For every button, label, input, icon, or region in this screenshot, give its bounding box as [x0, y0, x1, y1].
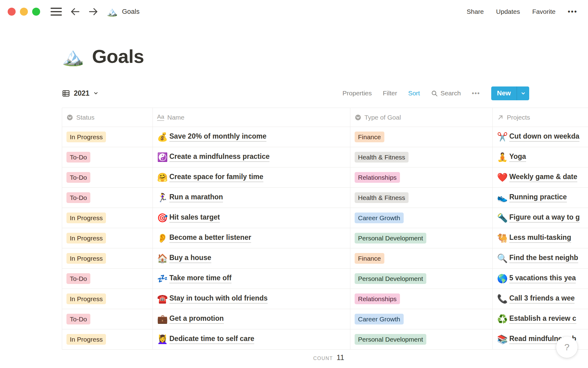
- sidebar-menu-icon[interactable]: [51, 8, 62, 16]
- new-button[interactable]: New: [491, 86, 529, 100]
- column-header-name[interactable]: Aa Name: [153, 108, 350, 127]
- goal-title-link[interactable]: Become a better listener: [169, 233, 251, 243]
- more-options-icon[interactable]: •••: [568, 8, 578, 16]
- page-title[interactable]: Goals: [92, 45, 144, 67]
- table-row[interactable]: To-Do ☯️Create a mindfulness practice He…: [62, 147, 588, 167]
- doc-emoji-icon: 🏔️: [107, 7, 118, 16]
- table-row[interactable]: In Progress 👂Become a better listener Pe…: [62, 228, 588, 248]
- share-button[interactable]: Share: [467, 8, 484, 15]
- status-badge[interactable]: To-Do: [66, 273, 90, 284]
- page-emoji-icon[interactable]: 🏔️: [62, 48, 84, 65]
- type-badge[interactable]: Health & Fitness: [355, 152, 409, 163]
- project-emoji: 📚: [497, 335, 509, 344]
- status-badge[interactable]: To-Do: [66, 152, 90, 163]
- new-button-label[interactable]: New: [491, 86, 517, 100]
- type-badge[interactable]: Finance: [355, 132, 384, 142]
- table-row[interactable]: In Progress 🎯Hit sales target Career Gro…: [62, 208, 588, 228]
- goal-emoji: 💤: [157, 274, 169, 283]
- type-badge[interactable]: Personal Development: [355, 334, 426, 345]
- goal-emoji: 🏃‍♀️: [157, 194, 169, 202]
- type-badge[interactable]: Relationships: [355, 293, 400, 304]
- status-badge[interactable]: To-Do: [66, 192, 90, 203]
- properties-button[interactable]: Properties: [342, 90, 372, 97]
- type-badge[interactable]: Career Growth: [355, 314, 404, 324]
- column-header-label: Type of Goal: [364, 114, 401, 121]
- type-badge[interactable]: Relationships: [355, 172, 400, 183]
- project-link[interactable]: Figure out a way to g: [509, 213, 580, 223]
- project-link[interactable]: Cut down on weekda: [509, 132, 579, 142]
- project-link[interactable]: Call 3 friends a wee: [509, 294, 575, 304]
- goal-emoji: 💆‍♀️: [157, 335, 169, 344]
- goal-title-link[interactable]: Get a promotion: [169, 314, 224, 324]
- type-badge[interactable]: Finance: [355, 253, 384, 264]
- project-emoji: 👟: [497, 194, 509, 202]
- goal-emoji: 🤗: [157, 173, 169, 182]
- goal-title-link[interactable]: Run a marathon: [169, 193, 223, 202]
- sort-button[interactable]: Sort: [408, 90, 420, 97]
- table-row[interactable]: To-Do 🏃‍♀️Run a marathon Health & Fitnes…: [62, 188, 588, 208]
- table-footer-count[interactable]: COUNT 11: [153, 353, 350, 362]
- project-link[interactable]: Weekly game & date: [509, 173, 577, 182]
- back-arrow-icon[interactable]: [70, 6, 80, 17]
- notion-window: 🏔️ Goals Share Updates Favorite ••• 🏔️ G…: [0, 0, 588, 368]
- column-header-status[interactable]: Status: [62, 108, 153, 127]
- window-titlebar: 🏔️ Goals Share Updates Favorite •••: [0, 0, 588, 23]
- view-name: 2021: [74, 89, 89, 98]
- view-more-options-icon[interactable]: •••: [472, 90, 480, 97]
- table-row[interactable]: In Progress ☎️Stay in touch with old fri…: [62, 289, 588, 309]
- filter-button[interactable]: Filter: [383, 90, 397, 97]
- project-link[interactable]: Yoga: [509, 152, 526, 162]
- view-switcher[interactable]: 2021: [62, 89, 99, 98]
- status-badge[interactable]: In Progress: [66, 233, 106, 243]
- goal-title-link[interactable]: Take more time off: [169, 274, 232, 283]
- status-badge[interactable]: To-Do: [66, 314, 90, 324]
- project-link[interactable]: Less multi-tasking: [509, 233, 571, 243]
- status-badge[interactable]: In Progress: [66, 213, 106, 223]
- project-link[interactable]: Running practice: [509, 193, 567, 202]
- status-badge[interactable]: In Progress: [66, 334, 106, 345]
- favorite-button[interactable]: Favorite: [532, 8, 556, 15]
- type-badge[interactable]: Personal Development: [355, 233, 426, 243]
- project-link[interactable]: 5 vacations this yea: [509, 274, 576, 283]
- goal-title-link[interactable]: Stay in touch with old friends: [169, 294, 268, 304]
- goal-title-link[interactable]: Create space for family time: [169, 173, 263, 182]
- column-header-label: Projects: [507, 114, 530, 121]
- table-row[interactable]: In Progress 🏠Buy a house Finance 🔍Find t…: [62, 248, 588, 269]
- type-badge[interactable]: Health & Fitness: [355, 192, 409, 203]
- new-button-caret-icon[interactable]: [517, 86, 529, 100]
- table-row[interactable]: To-Do 💼Get a promotion Career Growth ♻️E…: [62, 309, 588, 329]
- goal-title-link[interactable]: Create a mindfulness practice: [169, 152, 270, 162]
- minimize-window-button[interactable]: [20, 8, 28, 16]
- goal-emoji: ☎️: [157, 295, 169, 303]
- updates-button[interactable]: Updates: [496, 8, 520, 15]
- help-button[interactable]: ?: [556, 336, 578, 358]
- table-row[interactable]: In Progress 💆‍♀️Dedicate time to self ca…: [62, 329, 588, 350]
- column-header-projects[interactable]: Projects: [493, 108, 588, 127]
- breadcrumb-doc-title[interactable]: Goals: [122, 8, 139, 16]
- status-badge[interactable]: In Progress: [66, 132, 106, 142]
- close-window-button[interactable]: [8, 8, 16, 16]
- search-icon: [431, 90, 438, 97]
- type-badge[interactable]: Personal Development: [355, 273, 426, 284]
- goal-title-link[interactable]: Hit sales target: [169, 213, 220, 223]
- project-link[interactable]: Find the best neighb: [509, 254, 578, 263]
- project-link[interactable]: Establish a review c: [509, 314, 576, 324]
- status-badge[interactable]: To-Do: [66, 172, 90, 183]
- status-badge[interactable]: In Progress: [66, 253, 106, 264]
- zoom-window-button[interactable]: [32, 8, 40, 16]
- table-row[interactable]: To-Do 🤗Create space for family time Rela…: [62, 167, 588, 188]
- search-button[interactable]: Search: [431, 90, 461, 97]
- table-row[interactable]: In Progress 💰Save 20% of monthly income …: [62, 127, 588, 147]
- type-badge[interactable]: Career Growth: [355, 213, 404, 223]
- column-header-type-of-goal[interactable]: Type of Goal: [350, 108, 493, 127]
- goal-title-link[interactable]: Buy a house: [169, 254, 211, 263]
- count-value: 11: [337, 353, 344, 362]
- project-emoji: 🐫: [497, 234, 509, 243]
- forward-arrow-icon[interactable]: [88, 6, 99, 17]
- goal-emoji: ☯️: [157, 153, 169, 162]
- goal-title-link[interactable]: Save 20% of monthly income: [169, 132, 266, 142]
- table-header-row: Status Aa Name Type of Goal Projects: [62, 108, 588, 127]
- goal-title-link[interactable]: Dedicate time to self care: [169, 335, 254, 344]
- status-badge[interactable]: In Progress: [66, 293, 106, 304]
- table-row[interactable]: To-Do 💤Take more time off Personal Devel…: [62, 269, 588, 289]
